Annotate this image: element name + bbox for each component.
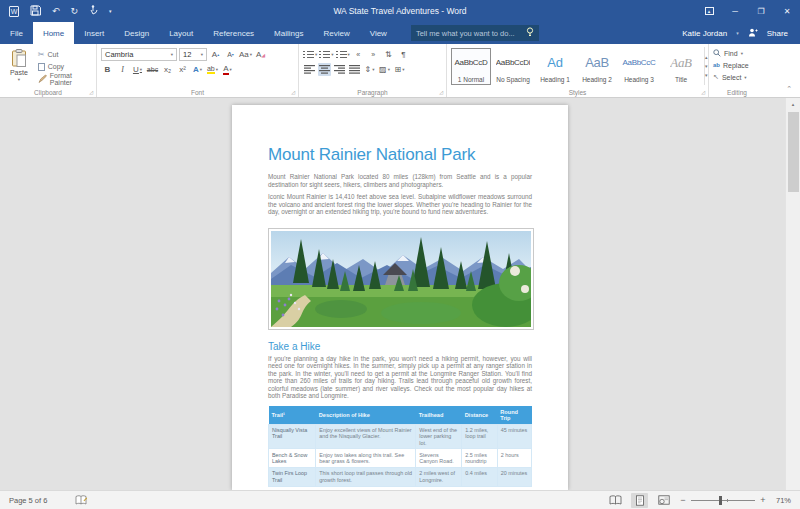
styles-scroll-up-icon[interactable]: ▴: [705, 54, 708, 60]
document-page[interactable]: Mount Rainier National Park Mount Rainie…: [232, 105, 568, 490]
superscript-button[interactable]: x²: [176, 63, 189, 76]
sort-button[interactable]: ⇅: [382, 48, 395, 61]
text-effects-button[interactable]: A▾: [191, 63, 204, 76]
touch-mode-icon[interactable]: [89, 2, 98, 20]
bold-button[interactable]: B: [101, 63, 114, 76]
style-title[interactable]: AaB Title: [661, 48, 701, 85]
tab-mailings[interactable]: Mailings: [264, 22, 313, 44]
align-left-button[interactable]: [303, 63, 316, 76]
shading-dropdown-icon: ▾: [388, 67, 390, 72]
styles-scroll-down-icon[interactable]: ▾: [705, 63, 708, 69]
highlight-color-button[interactable]: ab▾: [206, 63, 219, 76]
align-center-icon: [319, 65, 330, 74]
save-icon[interactable]: [30, 2, 41, 20]
find-dropdown-icon: ▾: [741, 51, 743, 56]
zoom-out-icon[interactable]: −: [679, 495, 687, 505]
select-dropdown-icon: ▾: [744, 75, 746, 80]
change-case-button[interactable]: Aa▾: [239, 48, 252, 61]
tab-home[interactable]: Home: [33, 22, 74, 44]
undo-icon[interactable]: ↶: [52, 7, 60, 16]
borders-button[interactable]: ⊞▾: [393, 63, 406, 76]
zoom-in-icon[interactable]: +: [759, 495, 767, 505]
table-row: Twin Firs Loop Trail This short loop tra…: [269, 467, 532, 486]
line-spacing-button[interactable]: ⇕▾: [363, 63, 376, 76]
style-heading-3[interactable]: AaBbCcC Heading 3: [619, 48, 659, 85]
minimize-icon[interactable]: ─: [722, 0, 748, 22]
close-icon[interactable]: ✕: [774, 0, 800, 22]
font-size-select[interactable]: 12 ▾: [179, 48, 207, 61]
styles-group: AaBbCcD 1 Normal AaBbCcDi No Spacing Ad …: [447, 44, 709, 97]
zoom-slider-thumb[interactable]: [719, 496, 722, 505]
tab-view[interactable]: View: [360, 22, 397, 44]
scrollbar-thumb[interactable]: [788, 112, 799, 192]
user-dropdown-icon[interactable]: ▾: [736, 30, 739, 36]
zoom-percentage[interactable]: 71%: [771, 496, 791, 505]
show-paragraph-marks-button[interactable]: ¶: [397, 48, 410, 61]
style-heading-2[interactable]: AaB Heading 2: [577, 48, 617, 85]
customize-qat-icon[interactable]: ▾: [109, 9, 112, 14]
page-indicator[interactable]: Page 5 of 6: [9, 496, 47, 505]
title-bar: WA State Travel Adventures - Word W ↶ ↻ …: [0, 0, 800, 22]
style-normal[interactable]: AaBbCcD 1 Normal: [451, 48, 491, 85]
tab-insert[interactable]: Insert: [74, 22, 114, 44]
select-cursor-icon: ↖: [713, 73, 719, 81]
vertical-scrollbar[interactable]: ▴: [785, 98, 800, 490]
tab-layout[interactable]: Layout: [159, 22, 203, 44]
style-heading-1[interactable]: Ad Heading 1: [535, 48, 575, 85]
shrink-font-button[interactable]: A▾: [224, 48, 237, 61]
bullets-button[interactable]: ▾: [303, 48, 317, 61]
justify-button[interactable]: [348, 63, 361, 76]
format-painter-button[interactable]: Format Painter: [38, 73, 92, 85]
cut-button[interactable]: ✂ Cut: [38, 49, 92, 60]
copy-button[interactable]: Copy: [38, 61, 92, 72]
tab-references[interactable]: References: [203, 22, 264, 44]
font-group: Cambria ▾ 12 ▾ A▴ A▾ Aa▾ A◢ B I U▾ abc x…: [97, 44, 299, 97]
font-family-select[interactable]: Cambria ▾: [101, 48, 177, 61]
increase-indent-icon: »: [371, 51, 375, 58]
paste-dropdown-icon[interactable]: ▾: [18, 77, 20, 82]
zoom-slider[interactable]: [691, 496, 755, 505]
paste-button[interactable]: Paste ▾: [4, 47, 34, 85]
tab-review[interactable]: Review: [313, 22, 359, 44]
replace-button[interactable]: ab Replace: [713, 59, 761, 71]
font-color-button[interactable]: A▾: [221, 63, 234, 76]
select-button[interactable]: ↖ Select ▾: [713, 71, 761, 83]
multilevel-list-button[interactable]: ▾: [336, 48, 350, 61]
signed-in-user[interactable]: Katie Jordan: [682, 29, 727, 38]
document-canvas: Mount Rainier National Park Mount Rainie…: [0, 98, 800, 490]
scroll-up-icon[interactable]: ▴: [786, 98, 800, 110]
decrease-indent-button[interactable]: «: [352, 48, 365, 61]
grow-font-button[interactable]: A▴: [209, 48, 222, 61]
cut-icon: ✂: [38, 50, 45, 59]
hike-table[interactable]: Trail¹ Description of Hike Trailhead Dis…: [268, 406, 532, 487]
styles-gallery-more-icon[interactable]: ▾: [705, 72, 708, 78]
tab-file[interactable]: File: [0, 22, 33, 44]
align-center-button[interactable]: [318, 63, 331, 76]
numbering-dropdown-icon: ▾: [331, 52, 333, 57]
tell-me-search-input[interactable]: Tell me what you want to do...: [411, 25, 539, 41]
ribbon-display-options-icon[interactable]: ▴: [696, 0, 722, 22]
proofing-status-icon[interactable]: [75, 495, 87, 505]
web-layout-button[interactable]: [655, 493, 672, 508]
shading-button[interactable]: ▨▾: [378, 63, 391, 76]
collapse-ribbon-icon[interactable]: ⌃: [786, 85, 792, 93]
maximize-icon[interactable]: ❐: [748, 0, 774, 22]
strikethrough-button[interactable]: abc: [146, 63, 159, 76]
redo-icon[interactable]: ↻: [71, 7, 79, 16]
tab-design[interactable]: Design: [114, 22, 159, 44]
clear-formatting-button[interactable]: A◢: [254, 48, 267, 61]
align-right-button[interactable]: [333, 63, 346, 76]
style-no-spacing[interactable]: AaBbCcDi No Spacing: [493, 48, 533, 85]
editing-group: Find ▾ ab Replace ↖ Select ▾ Editing: [709, 44, 765, 97]
print-layout-button[interactable]: [631, 493, 648, 508]
read-mode-button[interactable]: [607, 493, 624, 508]
meadow-photo[interactable]: [268, 228, 534, 330]
underline-button[interactable]: U▾: [131, 63, 144, 76]
italic-button[interactable]: I: [116, 63, 129, 76]
find-button[interactable]: Find ▾: [713, 47, 761, 59]
share-button[interactable]: Share: [767, 29, 788, 38]
window-title: WA State Travel Adventures - Word: [0, 6, 800, 16]
numbering-button[interactable]: ▾: [319, 48, 333, 61]
subscript-button[interactable]: x₂: [161, 63, 174, 76]
increase-indent-button[interactable]: »: [367, 48, 380, 61]
